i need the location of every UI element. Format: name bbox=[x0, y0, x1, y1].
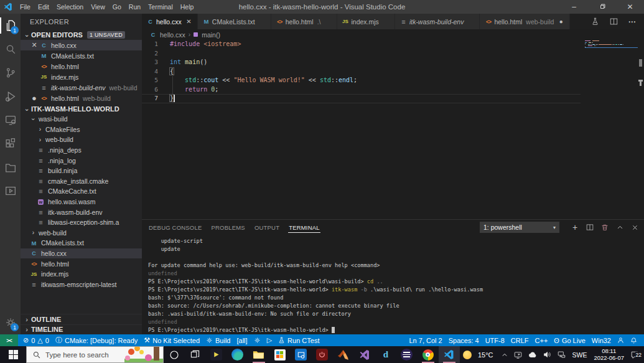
taskbar-search-input[interactable]: Type here to search bbox=[26, 346, 164, 363]
taskbar-app-d-app[interactable]: d bbox=[375, 346, 396, 363]
status-language-mode[interactable]: C++ bbox=[532, 337, 551, 344]
tree-file[interactable]: <>hello.html bbox=[21, 258, 142, 269]
status-build[interactable]: Build bbox=[203, 337, 233, 344]
tab-hello.html[interactable]: <>hello.htmlweb-build● bbox=[480, 14, 570, 29]
modified-dot-icon[interactable]: ● bbox=[29, 93, 39, 103]
open-editor-item[interactable]: ✕Chello.cxx bbox=[21, 40, 142, 50]
tab-index.mjs[interactable]: JSindex.mjs bbox=[337, 14, 395, 29]
network-icon[interactable] bbox=[554, 351, 569, 359]
remote-indicator[interactable]: >< bbox=[0, 334, 18, 346]
open-editor-item[interactable]: ≡itk-wasm-build-envweb-build bbox=[21, 82, 142, 93]
start-button[interactable] bbox=[0, 346, 26, 363]
close-icon[interactable]: ✕ bbox=[29, 41, 39, 49]
taskbar-app-store[interactable] bbox=[269, 346, 291, 363]
terminal-output[interactable]: update-script update For update command … bbox=[142, 235, 644, 334]
menu-file[interactable]: File bbox=[16, 0, 34, 14]
status-cmake-status[interactable]: ⓘCMake: [Debug]: Ready bbox=[52, 336, 141, 345]
split-terminal-icon[interactable] bbox=[586, 224, 594, 231]
status-cursor-position[interactable]: Ln 7, Col 2 bbox=[406, 337, 446, 344]
status-eol[interactable]: CRLF bbox=[508, 337, 532, 344]
menu-edit[interactable]: Edit bbox=[34, 0, 53, 14]
keyboard-language[interactable]: SWE bbox=[569, 351, 590, 359]
status-go-live[interactable]: ʘGo Live bbox=[551, 337, 588, 344]
activity-extensions[interactable] bbox=[0, 132, 21, 156]
taskbar-app-chrome[interactable] bbox=[418, 346, 439, 363]
tree-file[interactable]: JSindex.mjs bbox=[21, 269, 142, 280]
tree-file[interactable]: MCMakeLists.txt bbox=[21, 238, 142, 248]
status-run-ctest[interactable]: Run CTest bbox=[275, 337, 322, 344]
status-kit-select[interactable]: ⚒No Kit Selected bbox=[141, 336, 203, 344]
tab-hello.html[interactable]: <>hello.html.\ bbox=[271, 14, 337, 29]
maximize-panel-icon[interactable] bbox=[615, 224, 624, 231]
taskbar-app-vscode[interactable] bbox=[439, 346, 460, 363]
tree-folder[interactable]: ›web-build bbox=[21, 228, 142, 238]
minimize-button[interactable]: – bbox=[560, 0, 588, 14]
taskbar-app-eclipse[interactable] bbox=[396, 346, 418, 363]
kill-terminal-icon[interactable] bbox=[600, 224, 609, 231]
taskbar-app-power-app[interactable] bbox=[312, 346, 333, 363]
activity-settings[interactable]: 1 bbox=[0, 311, 21, 334]
onedrive-icon[interactable] bbox=[525, 352, 540, 358]
terminal-shell-selector[interactable]: 1: powershell ▾ bbox=[480, 222, 559, 233]
new-terminal-icon[interactable]: + bbox=[571, 222, 579, 232]
workspace-folder-header[interactable]: ⌄ ITK-WASM-HELLO-WORLD bbox=[21, 103, 142, 114]
restore-button[interactable] bbox=[588, 0, 616, 14]
activity-remote-explorer[interactable] bbox=[0, 108, 21, 132]
taskbar-app-matlab[interactable] bbox=[333, 346, 354, 363]
tree-file[interactable]: ≡.ninja_deps bbox=[21, 145, 142, 156]
panel-tab-debug-console[interactable]: DEBUG CONSOLE bbox=[148, 220, 202, 235]
activity-search[interactable] bbox=[0, 37, 21, 61]
status-notifications[interactable] bbox=[627, 337, 640, 344]
activity-source-control[interactable] bbox=[0, 61, 21, 85]
open-editor-item[interactable]: MCMakeLists.txt bbox=[21, 50, 142, 61]
menu-view[interactable]: View bbox=[87, 0, 109, 14]
modified-dot-icon[interactable]: ● bbox=[557, 18, 565, 25]
tree-file[interactable]: Chello.cxx bbox=[21, 248, 142, 259]
weather-temp[interactable]: 15°C bbox=[475, 351, 499, 359]
volume-icon[interactable] bbox=[540, 351, 554, 359]
close-icon[interactable]: ✕ bbox=[185, 18, 193, 25]
status-encoding[interactable]: UTF-8 bbox=[482, 337, 508, 344]
activity-project-manager[interactable] bbox=[0, 156, 21, 179]
tray-clock[interactable]: 08:11 2022-06-07 bbox=[590, 348, 628, 361]
taskbar-app-cortana[interactable] bbox=[164, 346, 185, 363]
cast-icon[interactable] bbox=[511, 351, 525, 359]
tree-file[interactable]: ≡cmake_install.cmake bbox=[21, 176, 142, 187]
taskbar-app-movies-tv[interactable] bbox=[206, 346, 227, 363]
breadcrumb-item[interactable]: hello.cxx bbox=[160, 31, 185, 39]
panel-tab-terminal[interactable]: TERMINAL bbox=[288, 220, 320, 235]
tree-folder[interactable]: ›wasi-build bbox=[21, 114, 142, 125]
taskbar-app-task-view[interactable] bbox=[185, 346, 206, 363]
close-panel-icon[interactable] bbox=[630, 224, 639, 231]
activity-run-debug[interactable] bbox=[0, 85, 21, 108]
panel-tab-output[interactable]: OUTPUT bbox=[254, 220, 280, 235]
tree-file[interactable]: ≡itk-wasm-build-env bbox=[21, 207, 142, 217]
status-problems[interactable]: ⊘0△0 bbox=[20, 336, 52, 344]
weather-icon[interactable] bbox=[460, 351, 475, 359]
tree-file[interactable]: ≡build.ninja bbox=[21, 166, 142, 176]
status-feedback[interactable] bbox=[614, 337, 627, 344]
status-debug-target[interactable] bbox=[251, 337, 264, 344]
timeline-header[interactable]: › TIMELINE bbox=[21, 324, 142, 335]
activity-live-preview[interactable] bbox=[0, 179, 21, 203]
taskbar-app-dev-app[interactable] bbox=[291, 346, 312, 363]
activity-explorer[interactable]: 1 bbox=[0, 14, 21, 37]
breadcrumb[interactable]: Chello.cxx›main() bbox=[142, 29, 644, 40]
open-editors-header[interactable]: ⌄ OPEN EDITORS 1 UNSAVED bbox=[21, 29, 142, 40]
taskbar-app-visual-studio[interactable] bbox=[354, 346, 375, 363]
status-platform[interactable]: Win32 bbox=[589, 337, 614, 344]
tree-file[interactable]: whello.wasi.wasm bbox=[21, 197, 142, 207]
minimap[interactable] bbox=[585, 40, 638, 47]
tray-expand-icon[interactable] bbox=[498, 352, 511, 358]
status-launch[interactable]: ▷ bbox=[264, 336, 275, 344]
tree-file[interactable]: ≡itkwasm-emscripten-latest bbox=[21, 280, 142, 290]
tab-CMakeLists.txt[interactable]: MCMakeLists.txt bbox=[198, 14, 271, 29]
open-editor-item[interactable]: JSindex.mjs bbox=[21, 72, 142, 82]
open-editor-item[interactable]: ●<>hello.htmlweb-build bbox=[21, 93, 142, 103]
status-build-target[interactable]: [all] bbox=[234, 337, 251, 344]
taskbar-app-file-explorer[interactable] bbox=[248, 346, 269, 363]
tree-file[interactable]: ≡CMakeCache.txt bbox=[21, 186, 142, 197]
tree-folder[interactable]: ›web-build bbox=[21, 134, 142, 145]
tab-itk-wasm-build-env[interactable]: ≡itk-wasm-build-env bbox=[395, 14, 480, 29]
tab-hello.cxx[interactable]: Chello.cxx✕ bbox=[142, 14, 198, 29]
